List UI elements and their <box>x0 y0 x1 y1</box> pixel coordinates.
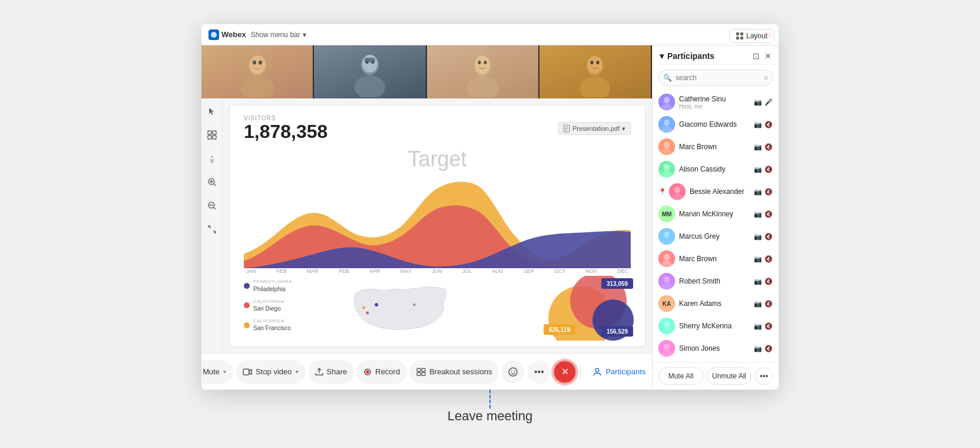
avatar-alison <box>658 161 675 177</box>
sidebar-icon-expand[interactable] <box>204 221 220 238</box>
svg-point-7 <box>355 75 385 97</box>
mic-icon-marc2: 🔇 <box>764 255 773 263</box>
menu-bar-chevron: ▾ <box>303 31 306 39</box>
sidebar-icon-pages[interactable]: ∧ 03 ∨ <box>204 150 220 167</box>
participant-icons-giacomo: 📷 🔇 <box>754 121 773 129</box>
svg-point-94 <box>674 187 680 193</box>
sort-icon[interactable]: ≡ <box>764 74 768 82</box>
participant-item-bessie[interactable]: 📍 Bessie Alexander <box>653 180 779 203</box>
show-menu-bar-label: Show menu bar <box>251 31 300 39</box>
share-icon <box>315 368 323 376</box>
participant-name-bessie: Bessie Alexander <box>690 187 750 196</box>
participant-item-marc2[interactable]: Marc Brown 📷 🔇 <box>653 248 779 270</box>
name-group-catherine: Catherine Sinu Host, me <box>679 95 750 110</box>
participant-name-giacomo: Giacomo Edwards <box>679 120 750 129</box>
unmute-all-button[interactable]: Unmute All <box>707 367 751 385</box>
sidebar-icon-pointer[interactable] <box>204 103 220 120</box>
participant-item-marc1[interactable]: Marc Brown 📷 🔇 <box>653 136 779 158</box>
participant-item-karen[interactable]: KA Karen Adams 📷 🔇 <box>653 292 779 315</box>
video-chevron: ▾ <box>296 368 299 375</box>
participant-icons-alison: 📷 🔇 <box>754 166 773 173</box>
leave-button[interactable]: ✕ <box>553 360 577 384</box>
cam-icon-catherine: 📷 <box>754 98 762 106</box>
legend-dot-2 <box>244 302 250 308</box>
participant-item-alison[interactable]: Alison Cassidy 📷 🔇 <box>653 158 779 180</box>
svg-rect-74 <box>417 373 421 375</box>
participant-item-giacomo[interactable]: Giacomo Edwards 📷 🔇 <box>653 113 779 136</box>
mute-button[interactable]: Mute ▾ <box>201 360 233 384</box>
show-menu-bar-btn[interactable]: Show menu bar ▾ <box>251 31 306 39</box>
zoom-in-icon <box>207 177 217 187</box>
share-button[interactable]: Share <box>308 360 355 384</box>
participant-item-robert[interactable]: Robert Smith 📷 🔇 <box>653 270 779 292</box>
svg-point-109 <box>664 344 670 350</box>
avatar-marc2 <box>658 251 675 267</box>
svg-point-91 <box>664 164 670 171</box>
legend-item-3: CALIFORNIA San Francisco <box>244 318 320 332</box>
zoom-out-icon <box>207 201 217 210</box>
participant-item-marvin[interactable]: MM Marvin McKinney 📷 🔇 <box>653 203 779 225</box>
cam-icon-marc2: 📷 <box>754 255 762 263</box>
avatar-img-simon <box>658 340 675 357</box>
avatar-marcus <box>658 228 675 245</box>
participants-more-icon: ••• <box>760 371 769 381</box>
breakout-icon <box>416 368 426 376</box>
mic-icon-alison: 🔇 <box>764 166 773 173</box>
participants-expand-icon[interactable]: ⊡ <box>753 51 760 61</box>
participant-name-robert: Robert Smith <box>679 277 750 285</box>
name-group-marc1: Marc Brown <box>679 143 750 151</box>
sidebar-icon-grid[interactable] <box>204 127 220 143</box>
svg-point-53 <box>413 304 415 306</box>
avatar-initials-marvin: MM <box>658 206 675 222</box>
legend-city-1: Philadelphia <box>253 285 292 293</box>
participant-item-simon[interactable]: Simon Jones 📷 🔇 <box>653 337 779 360</box>
webex-logo-icon <box>208 29 219 40</box>
sidebar-icon-zoom-in[interactable] <box>204 174 220 190</box>
toolbar: 🤖 ▾ Mute ▾ <box>201 353 652 390</box>
pages-icon: ∧ 03 ∨ <box>207 154 217 163</box>
more-button[interactable]: ••• <box>527 360 551 384</box>
cam-icon-marc1: 📷 <box>754 143 762 151</box>
stop-video-button[interactable]: Stop video ▾ <box>236 360 305 384</box>
participant-item-sherry[interactable]: Sherry McKenna 📷 🔇 <box>653 315 779 337</box>
mic-icon-robert: 🔇 <box>764 278 773 285</box>
slide-header: VISITORS 1,878,358 Presentation.pdf ▾ <box>244 115 631 142</box>
svg-point-18 <box>580 77 610 97</box>
participant-icons-robert: 📷 🔇 <box>754 278 773 285</box>
participants-more-button[interactable]: ••• <box>755 367 773 385</box>
cam-icon-marcus: 📷 <box>754 233 762 241</box>
record-button[interactable]: Record <box>356 360 407 384</box>
participant-item-marcus[interactable]: Marcus Grey 📷 🔇 <box>653 225 779 248</box>
emoji-button[interactable] <box>501 360 525 384</box>
mute-all-button[interactable]: Mute All <box>658 367 703 385</box>
name-group-marc2: Marc Brown <box>679 255 750 263</box>
search-bar: 🔍 ≡ <box>658 70 773 86</box>
participants-search-input[interactable] <box>658 70 773 86</box>
sidebar-icon-zoom-out[interactable] <box>204 197 220 214</box>
name-group-bessie: Bessie Alexander <box>690 187 750 196</box>
mic-icon-marcus: 🔇 <box>764 233 773 241</box>
svg-point-77 <box>511 370 512 371</box>
breakout-button[interactable]: Breakout sessions <box>409 360 499 384</box>
bubble-chart: 313,059 156,529 626,119 <box>542 276 637 341</box>
leave-button-container: ✕ <box>553 360 577 384</box>
name-group-marcus: Marcus Grey <box>679 232 750 241</box>
name-group-giacomo: Giacomo Edwards <box>679 120 750 129</box>
video-thumb-4 <box>539 45 652 98</box>
collapse-icon[interactable]: ▾ <box>660 51 664 61</box>
svg-point-19 <box>587 56 602 74</box>
mic-icon-catherine: 🎤 <box>764 98 773 106</box>
participant-name-marc2: Marc Brown <box>679 255 750 263</box>
svg-rect-68 <box>243 369 249 375</box>
participants-close-icon[interactable]: ✕ <box>764 51 772 61</box>
participant-name-marcus: Marcus Grey <box>679 232 750 241</box>
pdf-badge[interactable]: Presentation.pdf ▾ <box>558 122 631 135</box>
mic-icon-karen: 🔇 <box>764 300 773 308</box>
pdf-chevron: ▾ <box>622 125 625 133</box>
participants-nav-button[interactable]: Participants <box>584 360 652 384</box>
main-content: Layout <box>201 45 779 390</box>
expand-icon <box>207 225 217 234</box>
avatar-img-alison <box>658 161 675 177</box>
svg-rect-27 <box>213 131 216 134</box>
participant-item-catherine[interactable]: Catherine Sinu Host, me 📷 🎤 <box>653 91 779 113</box>
